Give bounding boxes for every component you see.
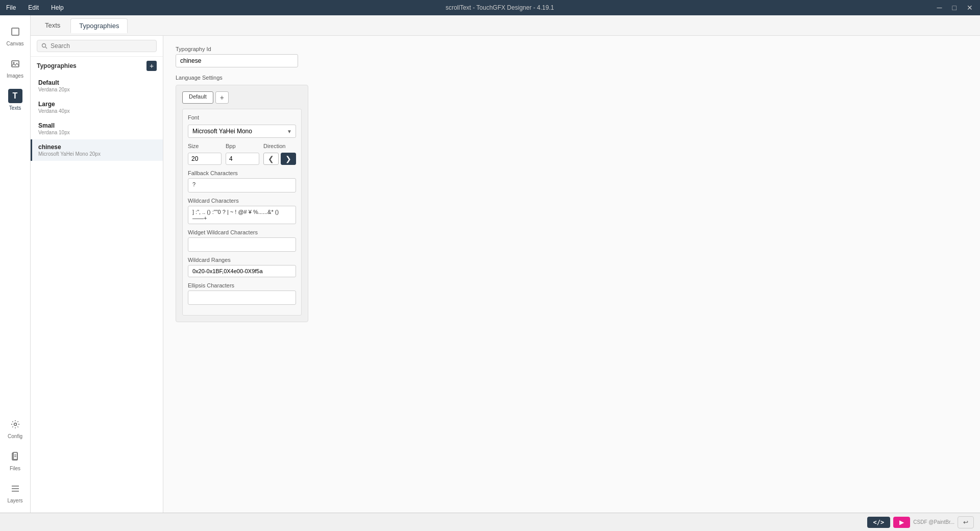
simulator-label: CSDF @PaintBr... [913,519,954,525]
tab-texts[interactable]: Texts [37,18,68,32]
tab-bar: Texts Typographies [31,15,980,36]
fallback-chars-label: Fallback Characters [188,170,296,176]
widget-wildcard-value [188,237,296,252]
menu-file[interactable]: File [4,3,18,12]
sidebar-label-canvas: Canvas [7,41,24,46]
typography-id-input[interactable] [176,54,298,67]
sidebar-item-layers[interactable]: Layers [0,476,30,509]
svg-rect-1 [12,61,19,67]
section-title: Typographies [37,62,77,69]
sidebar-label-files: Files [10,466,20,471]
section-header-typographies: Typographies + [31,57,163,75]
title-bar: File Edit Help scrollText - TouchGFX Des… [0,0,980,15]
language-settings-label: Language Settings [176,75,968,81]
add-typography-button[interactable]: + [146,61,157,71]
code-icon: </> [873,519,885,526]
size-input[interactable] [188,153,222,165]
detail-panel: Typography Id Language Settings Default … [163,36,980,513]
language-settings-section: Default + Font Microsoft YaHei Mono ▼ [176,85,308,322]
code-button[interactable]: </> [867,517,891,528]
bpp-select[interactable]: 4 1 2 8 [226,153,259,165]
ellipsis-chars-label: Ellipsis Characters [188,282,296,288]
direction-buttons: ❮ ❯ [263,153,296,165]
maximize-button[interactable]: □ [949,3,960,13]
wildcard-ranges-label: Wildcard Ranges [188,257,296,263]
config-icon [8,417,22,431]
window-controls[interactable]: ─ □ ✕ [934,3,976,13]
typo-item-large[interactable]: Large Verdana 40px [31,96,163,118]
search-icon [41,43,47,49]
search-input[interactable] [51,42,152,50]
svg-point-3 [14,423,16,426]
typo-item-chinese[interactable]: chinese Microsoft YaHei Mono 20px [31,139,163,161]
fallback-chars-value: ? [188,178,296,192]
svg-rect-0 [12,28,19,35]
images-icon [8,57,22,71]
add-lang-tab-button[interactable]: + [215,91,229,104]
bpp-label: Bpp [226,143,259,149]
sidebar-item-config[interactable]: Config [0,412,30,444]
paintbrush-button[interactable]: ↩ [958,516,974,528]
sidebar-item-images[interactable]: Images [0,52,30,84]
menu-edit[interactable]: Edit [26,3,41,12]
sidebar-label-config: Config [8,433,22,439]
direction-label: Direction [263,143,296,149]
tab-typographies[interactable]: Typographies [70,18,128,33]
font-label: Font [188,114,296,120]
close-button[interactable]: ✕ [964,3,976,13]
dir-right-button[interactable]: ❯ [281,153,296,165]
lang-tabs: Default + [182,91,302,104]
paintbrush-icon: ↩ [963,519,968,526]
svg-point-2 [13,62,14,64]
svg-rect-5 [13,452,17,460]
icon-sidebar: Canvas Images T Texts [0,15,31,513]
typography-id-label: Typography Id [176,46,968,52]
sidebar-label-images: Images [7,73,23,79]
typography-list: Default Verdana 20px Large Verdana 40px … [31,75,163,513]
files-icon [8,449,22,464]
window-title: scrollText - TouchGFX Designer - 4.19.1 [66,4,934,11]
texts-icon: T [8,89,22,103]
run-button[interactable]: ▶ [893,517,910,528]
run-icon: ▶ [899,519,904,526]
sidebar-item-files[interactable]: Files [0,444,30,476]
canvas-icon [8,25,22,39]
sidebar-item-canvas[interactable]: Canvas [0,19,30,52]
lang-tab-default[interactable]: Default [182,91,213,104]
svg-point-11 [42,44,46,47]
wildcard-chars-value: ] :", .. () :""0 ? | ~ ! @# ¥ %......&* … [188,206,296,224]
sidebar-label-texts: Texts [9,105,21,111]
bottom-bar: </> ▶ CSDF @PaintBr... ↩ [0,513,980,531]
dir-left-button[interactable]: ❮ [263,153,279,165]
layers-icon [8,481,22,496]
search-bar [31,36,163,57]
bottom-actions: </> ▶ CSDF @PaintBr... ↩ [867,516,974,528]
menu-help[interactable]: Help [49,3,66,12]
wildcard-ranges-input[interactable] [188,265,296,277]
wildcard-chars-label: Wildcard Characters [188,198,296,204]
font-section: Font Microsoft YaHei Mono ▼ Size [182,109,302,316]
left-panel: Typographies + Default Verdana 20px Larg… [31,36,163,513]
menu-bar[interactable]: File Edit Help [4,3,66,12]
font-select[interactable]: Microsoft YaHei Mono [188,125,296,138]
sidebar-item-texts[interactable]: T Texts [0,84,30,116]
svg-line-12 [45,47,47,49]
typo-item-small[interactable]: Small Verdana 10px [31,118,163,139]
sidebar-label-layers: Layers [7,498,22,503]
font-select-wrap: Microsoft YaHei Mono ▼ [188,125,296,138]
typo-item-default[interactable]: Default Verdana 20px [31,75,163,96]
ellipsis-chars-value [188,291,296,305]
widget-wildcard-label: Widget Wildcard Characters [188,229,296,235]
size-label: Size [188,143,222,149]
minimize-button[interactable]: ─ [934,3,945,13]
